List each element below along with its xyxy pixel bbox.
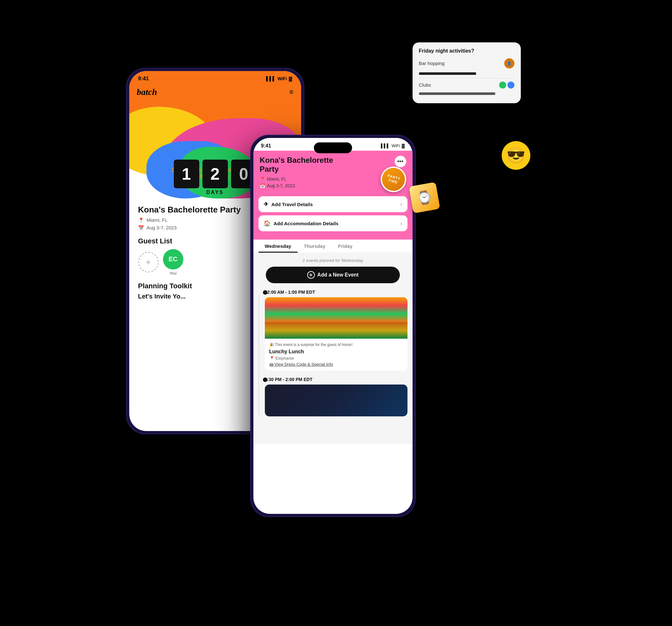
event-card-2[interactable] — [265, 385, 407, 416]
timeline-item-2: 1:30 PM - 2:00 PM EDT — [265, 377, 407, 416]
hamburger-icon[interactable]: ≡ — [289, 88, 293, 96]
travel-row[interactable]: ✈ Add Travel Details › — [259, 196, 407, 212]
front-wifi-icon: WiFi — [391, 143, 400, 148]
accommodation-icon: 🏠 — [264, 220, 270, 227]
poll-question: Friday night activities? — [419, 48, 514, 54]
travel-chevron-icon: › — [401, 201, 402, 208]
timeline: 12:00 AM - 1:00 PM EDT 🎉 This event is a… — [259, 289, 407, 416]
poll-bar-2 — [419, 92, 514, 95]
guest-avatar: EC You — [163, 249, 183, 276]
accommodation-row[interactable]: 🏠 Add Accommodation Details › — [259, 215, 407, 231]
front-dates-text: Aug 3-7, 2023 — [267, 183, 295, 188]
front-status-icons: ▌▌▌ WiFi ▓ — [381, 143, 405, 148]
surprise-badge: 🎉 This event is a surprise for the guest… — [269, 343, 403, 347]
back-time: 9:41 — [138, 75, 149, 82]
tab-thursday[interactable]: Thursday — [298, 239, 332, 253]
guest-circle: EC — [163, 249, 183, 270]
front-signal-icon: ▌▌▌ — [381, 143, 390, 148]
timeline-line — [259, 295, 259, 416]
event-2-time: 1:30 PM - 2:00 PM EDT — [265, 377, 407, 382]
tab-wednesday[interactable]: Wednesday — [259, 239, 298, 253]
event-card-1[interactable]: 🎉 This event is a surprise for the guest… — [265, 297, 407, 371]
wristband-sticker: ⌚ — [409, 182, 440, 213]
travel-icon: ✈ — [264, 201, 268, 208]
poll-bar-fill-1 — [419, 72, 476, 75]
front-time: 9:41 — [261, 143, 271, 149]
location-pin-icon: 📍 — [138, 217, 144, 223]
calendar-icon: 📅 — [138, 225, 144, 231]
dynamic-island — [314, 142, 352, 153]
event-2-image — [265, 385, 407, 416]
toggle-blue — [507, 82, 514, 89]
poll-divider — [419, 78, 514, 78]
poll-option-1-label: Bar hopping — [419, 61, 445, 66]
toggle-green — [499, 82, 506, 89]
back-status-icons: ▌▌▌ WiFi ▓ — [266, 76, 292, 81]
timeline-dot-2 — [263, 377, 267, 382]
battery-icon: ▓ — [289, 76, 292, 81]
event-1-info: 🎉 This event is a surprise for the guest… — [265, 339, 407, 371]
timeline-dot-1 — [263, 290, 267, 295]
travel-label: Add Travel Details — [271, 202, 313, 207]
front-location-text: Miami, FL — [267, 177, 287, 182]
emoji-icon: 😎 — [506, 146, 526, 164]
scene: 9:41 ▌▌▌ WiFi ▓ batch ≡ — [113, 42, 559, 584]
back-dates-text: Aug 3-7, 2023 — [147, 225, 177, 230]
days-label: DAYS — [206, 189, 224, 195]
poll-option-2-label: Clubs — [419, 82, 431, 88]
accommodation-chevron-icon: › — [401, 220, 402, 227]
add-new-event-button[interactable]: + Add a New Event — [266, 266, 400, 283]
wifi-icon: WiFi — [278, 76, 287, 81]
day-tabs: Wednesday Thursday Friday — [254, 239, 412, 253]
signal-icon: ▌▌▌ — [266, 76, 276, 81]
front-calendar-icon: 📅 — [260, 183, 265, 188]
event-1-title: Lunchy Lunch — [269, 349, 403, 354]
digit-2: 2 — [202, 160, 228, 188]
travel-row-left: ✈ Add Travel Details — [264, 201, 313, 208]
emoji-sticker: 😎 — [502, 141, 530, 170]
events-planned-text: 2 events planned for Wednesday — [259, 258, 407, 263]
wristband-icon: ⌚ — [415, 189, 433, 206]
tab-friday[interactable]: Friday — [332, 239, 359, 253]
batch-logo-area: batch ≡ — [129, 84, 301, 100]
poll-card: Friday night activities? Bar hopping 👤 C… — [412, 42, 521, 103]
front-phone: 9:41 ▌▌▌ WiFi ▓ Kona's Bachelorette Part… — [250, 135, 416, 517]
poll-bar-fill-2 — [419, 92, 495, 95]
front-battery-icon: ▓ — [402, 143, 405, 148]
front-header: Kona's Bachelorette Party ••• 📍 Miami, F… — [254, 151, 412, 196]
toggle-wrap[interactable] — [499, 82, 514, 89]
event-1-time: 12:00 AM - 1:00 PM EDT — [265, 289, 407, 295]
accommodation-row-left: 🏠 Add Accommodation Details — [264, 220, 339, 227]
add-event-label: Add a New Event — [317, 272, 359, 278]
poll-option-2: Clubs — [419, 82, 514, 89]
front-party-title: Kona's Bachelorette Party — [260, 156, 349, 174]
add-event-plus-icon: + — [307, 271, 315, 279]
event-1-location: 📍 Elephante — [269, 356, 403, 361]
digit-1: 1 — [174, 160, 199, 188]
timeline-item-1: 12:00 AM - 1:00 PM EDT 🎉 This event is a… — [265, 289, 407, 371]
poll-bar-1 — [419, 72, 514, 75]
back-status-bar: 9:41 ▌▌▌ WiFi ▓ — [129, 71, 301, 84]
detail-rows: ✈ Add Travel Details › 🏠 Add Accommodati… — [254, 196, 412, 239]
poll-option-1: Bar hopping 👤 — [419, 58, 514, 69]
more-dots-button[interactable]: ••• — [395, 156, 406, 167]
event-1-image — [265, 297, 407, 339]
accommodation-label: Add Accommodation Details — [274, 221, 339, 226]
poll-avatar: 👤 — [504, 58, 514, 69]
market-image — [265, 297, 407, 339]
guest-you-label: You — [170, 271, 177, 276]
countdown-digits: 1 2 0 — [174, 160, 257, 188]
dress-code-link[interactable]: 🎟 View Dress Code & Special Info — [269, 362, 403, 367]
add-guest-button[interactable]: + — [138, 252, 159, 272]
batch-logo: batch — [137, 87, 157, 97]
market-stalls — [265, 322, 407, 339]
front-location-pin-icon: 📍 — [260, 177, 265, 182]
back-location-text: Miami, FL — [147, 217, 168, 223]
schedule-area: 2 events planned for Wednesday + Add a N… — [254, 253, 412, 444]
